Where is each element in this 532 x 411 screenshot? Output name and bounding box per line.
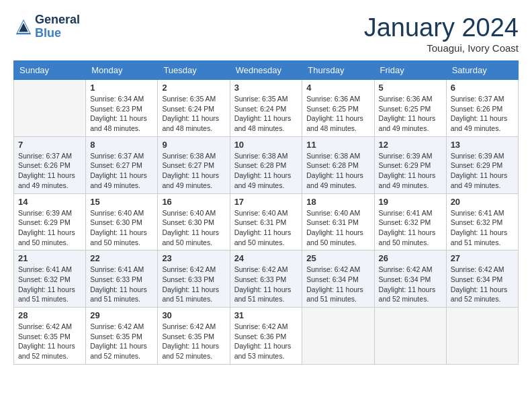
calendar-cell: 29Sunrise: 6:42 AM Sunset: 6:35 PM Dayli… [86, 308, 158, 365]
day-number: 7 [18, 140, 81, 150]
calendar-cell: 24Sunrise: 6:42 AM Sunset: 6:33 PM Dayli… [230, 250, 302, 308]
calendar-cell: 17Sunrise: 6:40 AM Sunset: 6:31 PM Dayli… [230, 193, 302, 250]
day-info: Sunrise: 6:41 AM Sunset: 6:33 PM Dayligh… [90, 265, 153, 304]
calendar-cell: 8Sunrise: 6:37 AM Sunset: 6:27 PM Daylig… [86, 136, 158, 193]
day-number: 26 [379, 253, 442, 263]
calendar-week-row: 28Sunrise: 6:42 AM Sunset: 6:35 PM Dayli… [14, 308, 519, 365]
day-info: Sunrise: 6:40 AM Sunset: 6:31 PM Dayligh… [234, 208, 298, 248]
day-info: Sunrise: 6:36 AM Sunset: 6:25 PM Dayligh… [379, 94, 442, 134]
weekday-header: Friday [374, 61, 446, 80]
day-info: Sunrise: 6:37 AM Sunset: 6:26 PM Dayligh… [18, 151, 81, 191]
calendar-cell: 26Sunrise: 6:42 AM Sunset: 6:34 PM Dayli… [374, 250, 446, 308]
calendar-cell: 13Sunrise: 6:39 AM Sunset: 6:29 PM Dayli… [446, 136, 518, 193]
calendar-cell: 1Sunrise: 6:34 AM Sunset: 6:23 PM Daylig… [86, 80, 158, 137]
weekday-header: Tuesday [158, 61, 230, 80]
day-number: 14 [18, 197, 81, 207]
day-number: 21 [18, 253, 81, 263]
calendar-cell: 22Sunrise: 6:41 AM Sunset: 6:33 PM Dayli… [86, 250, 158, 308]
weekday-header: Sunday [14, 61, 86, 80]
calendar-cell: 31Sunrise: 6:42 AM Sunset: 6:36 PM Dayli… [230, 308, 302, 365]
calendar-cell: 21Sunrise: 6:41 AM Sunset: 6:32 PM Dayli… [14, 250, 86, 308]
day-number: 13 [451, 140, 514, 150]
day-info: Sunrise: 6:40 AM Sunset: 6:30 PM Dayligh… [90, 208, 153, 248]
day-info: Sunrise: 6:35 AM Sunset: 6:24 PM Dayligh… [234, 94, 298, 134]
calendar-cell: 12Sunrise: 6:39 AM Sunset: 6:29 PM Dayli… [374, 136, 446, 193]
day-info: Sunrise: 6:42 AM Sunset: 6:36 PM Dayligh… [234, 322, 298, 361]
calendar-header-row: SundayMondayTuesdayWednesdayThursdayFrid… [14, 61, 519, 80]
day-number: 27 [451, 253, 514, 263]
day-number: 11 [306, 140, 369, 150]
calendar-cell [374, 308, 446, 365]
day-info: Sunrise: 6:42 AM Sunset: 6:35 PM Dayligh… [18, 322, 81, 361]
day-info: Sunrise: 6:42 AM Sunset: 6:35 PM Dayligh… [162, 322, 225, 361]
calendar-week-row: 1Sunrise: 6:34 AM Sunset: 6:23 PM Daylig… [14, 80, 519, 137]
weekday-header: Thursday [302, 61, 374, 80]
day-info: Sunrise: 6:40 AM Sunset: 6:30 PM Dayligh… [162, 208, 225, 248]
day-number: 28 [18, 310, 81, 320]
day-info: Sunrise: 6:34 AM Sunset: 6:23 PM Dayligh… [90, 94, 153, 134]
calendar-cell: 28Sunrise: 6:42 AM Sunset: 6:35 PM Dayli… [14, 308, 86, 365]
day-number: 17 [234, 197, 298, 207]
calendar-cell: 20Sunrise: 6:41 AM Sunset: 6:32 PM Dayli… [446, 193, 518, 250]
calendar-cell: 27Sunrise: 6:42 AM Sunset: 6:34 PM Dayli… [446, 250, 518, 308]
day-number: 4 [306, 83, 369, 93]
day-info: Sunrise: 6:41 AM Sunset: 6:32 PM Dayligh… [451, 208, 514, 248]
day-info: Sunrise: 6:41 AM Sunset: 6:32 PM Dayligh… [379, 208, 442, 248]
day-info: Sunrise: 6:39 AM Sunset: 6:29 PM Dayligh… [379, 151, 442, 191]
day-number: 31 [234, 310, 298, 320]
calendar-cell: 10Sunrise: 6:38 AM Sunset: 6:28 PM Dayli… [230, 136, 302, 193]
page-header: General Blue January 2024 Touagui, Ivory… [13, 13, 519, 54]
day-number: 16 [162, 197, 225, 207]
day-number: 18 [306, 197, 369, 207]
day-number: 29 [90, 310, 153, 320]
day-info: Sunrise: 6:36 AM Sunset: 6:25 PM Dayligh… [306, 94, 369, 134]
calendar-week-row: 21Sunrise: 6:41 AM Sunset: 6:32 PM Dayli… [14, 250, 519, 308]
day-number: 23 [162, 253, 225, 263]
calendar-cell: 15Sunrise: 6:40 AM Sunset: 6:30 PM Dayli… [86, 193, 158, 250]
calendar-cell: 6Sunrise: 6:37 AM Sunset: 6:26 PM Daylig… [446, 80, 518, 137]
calendar-cell: 7Sunrise: 6:37 AM Sunset: 6:26 PM Daylig… [14, 136, 86, 193]
location-title: Touagui, Ivory Coast [364, 42, 519, 54]
day-number: 9 [162, 140, 225, 150]
day-info: Sunrise: 6:37 AM Sunset: 6:26 PM Dayligh… [451, 94, 514, 134]
day-number: 24 [234, 253, 298, 263]
weekday-header: Monday [86, 61, 158, 80]
day-info: Sunrise: 6:42 AM Sunset: 6:33 PM Dayligh… [162, 265, 225, 304]
day-info: Sunrise: 6:42 AM Sunset: 6:34 PM Dayligh… [451, 265, 514, 304]
calendar-week-row: 14Sunrise: 6:39 AM Sunset: 6:29 PM Dayli… [14, 193, 519, 250]
logo-line2: Blue [35, 27, 80, 40]
calendar-table: SundayMondayTuesdayWednesdayThursdayFrid… [13, 60, 519, 365]
calendar-cell: 23Sunrise: 6:42 AM Sunset: 6:33 PM Dayli… [158, 250, 230, 308]
day-number: 8 [90, 140, 153, 150]
weekday-header: Saturday [446, 61, 518, 80]
day-number: 3 [234, 83, 298, 93]
day-number: 20 [451, 197, 514, 207]
day-info: Sunrise: 6:38 AM Sunset: 6:28 PM Dayligh… [234, 151, 298, 191]
calendar-cell: 5Sunrise: 6:36 AM Sunset: 6:25 PM Daylig… [374, 80, 446, 137]
calendar-cell: 4Sunrise: 6:36 AM Sunset: 6:25 PM Daylig… [302, 80, 374, 137]
day-info: Sunrise: 6:38 AM Sunset: 6:28 PM Dayligh… [306, 151, 369, 191]
day-number: 1 [90, 83, 153, 93]
day-number: 19 [379, 197, 442, 207]
day-number: 25 [306, 253, 369, 263]
day-number: 10 [234, 140, 298, 150]
weekday-header: Wednesday [230, 61, 302, 80]
logo: General Blue [13, 13, 80, 40]
day-number: 6 [451, 83, 514, 93]
day-info: Sunrise: 6:37 AM Sunset: 6:27 PM Dayligh… [90, 151, 153, 191]
calendar-cell: 3Sunrise: 6:35 AM Sunset: 6:24 PM Daylig… [230, 80, 302, 137]
calendar-cell: 2Sunrise: 6:35 AM Sunset: 6:24 PM Daylig… [158, 80, 230, 137]
calendar-cell [14, 80, 86, 137]
day-info: Sunrise: 6:35 AM Sunset: 6:24 PM Dayligh… [162, 94, 225, 134]
day-number: 12 [379, 140, 442, 150]
day-number: 30 [162, 310, 225, 320]
day-info: Sunrise: 6:42 AM Sunset: 6:35 PM Dayligh… [90, 322, 153, 361]
calendar-cell: 25Sunrise: 6:42 AM Sunset: 6:34 PM Dayli… [302, 250, 374, 308]
day-info: Sunrise: 6:39 AM Sunset: 6:29 PM Dayligh… [451, 151, 514, 191]
calendar-cell: 9Sunrise: 6:38 AM Sunset: 6:27 PM Daylig… [158, 136, 230, 193]
day-number: 5 [379, 83, 442, 93]
calendar-cell: 19Sunrise: 6:41 AM Sunset: 6:32 PM Dayli… [374, 193, 446, 250]
calendar-week-row: 7Sunrise: 6:37 AM Sunset: 6:26 PM Daylig… [14, 136, 519, 193]
day-number: 15 [90, 197, 153, 207]
logo-line1: General [35, 13, 80, 27]
